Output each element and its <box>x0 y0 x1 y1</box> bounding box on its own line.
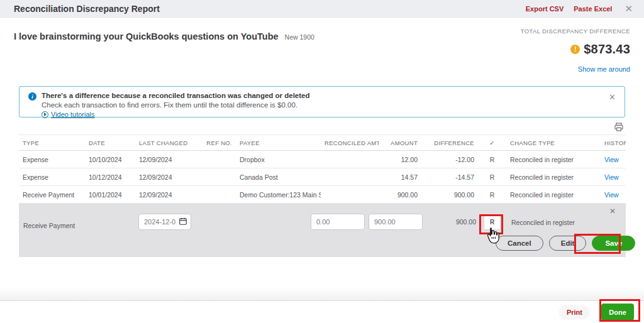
col-check: ✓ <box>478 140 506 146</box>
cell-type: Expense <box>19 173 85 181</box>
reconciliation-discrepancy-report-window: Reconciliation Discrepancy Report Export… <box>0 0 644 323</box>
footer-shadow <box>0 287 644 300</box>
save-button[interactable]: Save <box>592 236 635 251</box>
header-actions: Export CSV Paste Excel ✕ <box>526 4 635 13</box>
col-reconciled-amt: RECONCILED AMT <box>321 140 379 146</box>
col-date: DATE <box>85 140 135 146</box>
print-button[interactable]: Print <box>559 305 590 319</box>
total-amount-value: $873.43 <box>584 42 630 57</box>
close-icon[interactable]: ✕ <box>622 4 635 13</box>
edit-panel-close-icon[interactable]: ✕ <box>609 207 616 216</box>
date-input[interactable] <box>138 214 191 230</box>
col-payee: PAYEE <box>236 140 321 146</box>
paste-excel-link[interactable]: Paste Excel <box>574 5 612 13</box>
alert-body: Check each transaction to find errors. F… <box>42 101 309 109</box>
alert-close-icon[interactable]: ✕ <box>609 92 616 102</box>
date-field-wrap <box>138 214 191 230</box>
reconciled-amt-input[interactable] <box>311 214 365 230</box>
cell-difference: 900.00 <box>421 191 478 199</box>
info-icon: i <box>28 92 36 101</box>
discrepancy-table: TYPE DATE LAST CHANGED REF NO. PAYEE REC… <box>19 134 626 257</box>
account-heading: I love brainstorming your QuickBooks que… <box>14 31 314 41</box>
cell-amount: 12.00 <box>379 156 421 163</box>
video-tutorials-link[interactable]: Video tutorials <box>51 111 95 118</box>
cell-difference: -12.00 <box>421 156 478 163</box>
col-ref-no: REF NO. <box>196 140 236 146</box>
table-header-row: TYPE DATE LAST CHANGED REF NO. PAYEE REC… <box>19 134 626 151</box>
export-csv-link[interactable]: Export CSV <box>526 5 564 13</box>
print-report-icon[interactable] <box>614 122 624 132</box>
play-icon <box>42 111 48 118</box>
cell-change-type: Reconciled in register <box>506 156 601 163</box>
cell-payee: Demo Customer:123 Main St <box>236 191 321 199</box>
cell-date: 10/01/2024 <box>85 191 135 199</box>
cell-difference: -14.57 <box>421 173 478 181</box>
printer-icon <box>614 122 624 132</box>
account-title: I love brainstorming your QuickBooks que… <box>14 31 279 41</box>
show-me-around-link[interactable]: Show me around <box>521 65 630 73</box>
view-history-link[interactable]: View <box>601 156 626 163</box>
edit-row-difference: 900.00 <box>428 218 476 226</box>
cell-type: Receive Payment <box>19 191 85 199</box>
page-title: Reconciliation Discrepancy Report <box>14 4 160 14</box>
cell-amount: 900.00 <box>379 191 421 199</box>
cell-check: R <box>478 191 506 199</box>
amount-input[interactable] <box>369 214 423 230</box>
difference-alert: i There's a difference because a reconci… <box>19 86 625 118</box>
cell-amount: 14.57 <box>379 173 421 181</box>
table-row: Expense 10/12/2024 12/09/2024 Canada Pos… <box>19 168 626 186</box>
edit-transaction-panel: ✕ Receive Payment 900.00 R Reconciled in… <box>19 204 626 257</box>
table-row: Expense 10/10/2024 12/09/2024 Dropbox 12… <box>19 151 626 168</box>
table-row: Receive Payment 10/01/2024 12/09/2024 De… <box>19 186 626 204</box>
col-difference: DIFFERENCE <box>421 140 478 146</box>
cell-date: 10/12/2024 <box>85 173 135 181</box>
cell-last-changed: 12/09/2024 <box>135 173 196 181</box>
cell-payee: Dropbox <box>236 156 321 163</box>
done-button[interactable]: Done <box>601 304 634 320</box>
cancel-button[interactable]: Cancel <box>496 236 543 251</box>
col-history: HISTORY <box>601 140 626 146</box>
edit-button[interactable]: Edit <box>549 236 587 251</box>
total-discrepancy-amount: ! $873.43 <box>521 42 630 57</box>
discrepancy-summary: TOTAL DISCREPANCY DIFFERENCE ! $873.43 S… <box>521 28 630 73</box>
cell-last-changed: 12/09/2024 <box>135 156 196 163</box>
account-subtitle: New 1900 <box>285 33 314 41</box>
cell-date: 10/10/2024 <box>85 156 135 163</box>
cell-change-type: Reconciled in register <box>506 173 601 181</box>
cell-payee: Canada Post <box>236 173 321 181</box>
cell-check: R <box>478 173 506 181</box>
reconcile-status-button[interactable]: R <box>484 214 501 230</box>
edit-row-type: Receive Payment <box>23 222 75 229</box>
cell-change-type: Reconciled in register <box>506 191 601 199</box>
window-header: Reconciliation Discrepancy Report Export… <box>0 0 644 18</box>
edit-panel-buttons: Cancel Edit Save <box>496 236 635 251</box>
cell-last-changed: 12/09/2024 <box>135 191 196 199</box>
cell-check: R <box>478 156 506 163</box>
view-history-link[interactable]: View <box>601 173 626 181</box>
col-last-changed: LAST CHANGED <box>135 140 196 146</box>
col-amount: AMOUNT <box>379 140 421 146</box>
warning-icon: ! <box>570 45 580 54</box>
alert-heading: There's a difference because a reconcile… <box>42 92 309 99</box>
edit-row-change-type: Reconciled in register <box>511 219 575 226</box>
col-type: TYPE <box>19 140 85 146</box>
footer-bar: Print Done <box>0 300 644 323</box>
total-discrepancy-label: TOTAL DISCREPANCY DIFFERENCE <box>521 28 630 35</box>
view-history-link[interactable]: View <box>601 191 626 199</box>
col-change-type: CHANGE TYPE <box>506 140 601 146</box>
cell-type: Expense <box>19 156 85 163</box>
